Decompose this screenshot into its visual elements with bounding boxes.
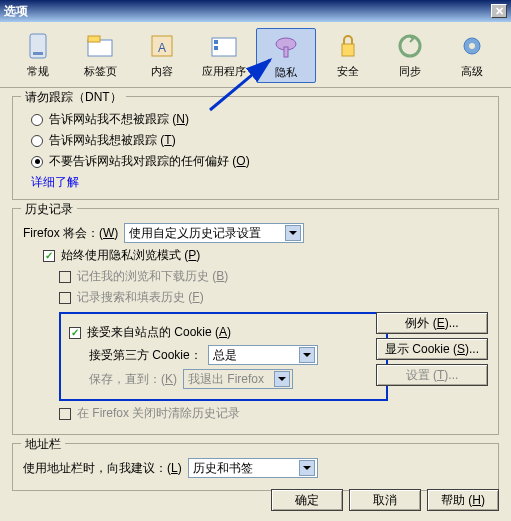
svg-point-14: [469, 43, 475, 49]
history-fieldset: 历史记录 Firefox 将会：(W) 使用自定义历史记录设置 ✓始终使用隐私浏…: [12, 208, 499, 435]
dnt-radio-no-track[interactable]: [31, 114, 43, 126]
svg-point-12: [400, 36, 420, 56]
dnt-radio-track[interactable]: [31, 135, 43, 147]
tab-sync[interactable]: 同步: [380, 28, 440, 83]
private-mode-checkbox[interactable]: ✓: [43, 250, 55, 262]
svg-rect-8: [214, 46, 218, 50]
dnt-opt1-label: 告诉网站我不想被跟踪 (N): [49, 111, 189, 128]
private-mode-label: 始终使用隐私浏览模式 (P): [61, 247, 200, 264]
general-icon: [22, 30, 54, 62]
tab-tabs[interactable]: 标签页: [70, 28, 130, 83]
toolbar: 常规 标签页 A内容 应用程序 隐私 安全 同步 高级: [0, 22, 511, 88]
remember-history-checkbox: [59, 271, 71, 283]
security-icon: [332, 30, 364, 62]
applications-icon: [208, 30, 240, 62]
titlebar: 选项 ✕: [0, 0, 511, 22]
history-mode-select[interactable]: 使用自定义历史记录设置: [124, 223, 304, 243]
highlight-box: ✓接受来自站点的 Cookie (A) 接受第三方 Cookie： 总是 保存，…: [59, 312, 388, 401]
remember-search-checkbox: [59, 292, 71, 304]
locationbar-fieldset: 地址栏 使用地址栏时，向我建议：(L) 历史和书签: [12, 443, 499, 491]
gear-icon: [456, 30, 488, 62]
accept-cookie-label: 接受来自站点的 Cookie (A): [87, 324, 231, 341]
help-button[interactable]: 帮助 (H): [427, 489, 499, 511]
svg-rect-7: [214, 40, 218, 44]
tab-privacy[interactable]: 隐私: [256, 28, 316, 83]
tab-general[interactable]: 常规: [8, 28, 68, 83]
dnt-opt2-label: 告诉网站我想被跟踪 (T): [49, 132, 176, 149]
svg-rect-1: [33, 52, 43, 55]
privacy-icon: [270, 31, 302, 63]
svg-rect-10: [284, 47, 288, 57]
dnt-fieldset: 请勿跟踪（DNT） 告诉网站我不想被跟踪 (N) 告诉网站我想被跟踪 (T) 不…: [12, 96, 499, 200]
cancel-button[interactable]: 取消: [349, 489, 421, 511]
remember-search-label: 记录搜索和填表历史 (F): [77, 289, 204, 306]
window-title: 选项: [4, 3, 28, 20]
content-icon: A: [146, 30, 178, 62]
show-cookie-button[interactable]: 显示 Cookie (S)...: [376, 338, 488, 360]
exceptions-button[interactable]: 例外 (E)...: [376, 312, 488, 334]
keep-until-select: 我退出 Firefox: [183, 369, 293, 389]
svg-rect-11: [342, 44, 354, 56]
tabs-icon: [84, 30, 116, 62]
clear-settings-button: 设置 (T)...: [376, 364, 488, 386]
tab-content[interactable]: A内容: [132, 28, 192, 83]
dialog-buttons: 确定 取消 帮助 (H): [271, 489, 499, 511]
sync-icon: [394, 30, 426, 62]
accept-cookie-checkbox[interactable]: ✓: [69, 327, 81, 339]
tab-security[interactable]: 安全: [318, 28, 378, 83]
clear-on-close-checkbox: [59, 408, 71, 420]
ok-button[interactable]: 确定: [271, 489, 343, 511]
tab-advanced[interactable]: 高级: [442, 28, 502, 83]
keep-until-label: 保存，直到：(K): [89, 371, 177, 388]
remember-history-label: 记住我的浏览和下载历史 (B): [77, 268, 228, 285]
svg-text:A: A: [158, 41, 166, 55]
dnt-opt3-label: 不要告诉网站我对跟踪的任何偏好 (O): [49, 153, 250, 170]
locationbar-select[interactable]: 历史和书签: [188, 458, 318, 478]
locationbar-label: 使用地址栏时，向我建议：(L): [23, 460, 182, 477]
locationbar-legend: 地址栏: [21, 436, 65, 453]
dnt-radio-none[interactable]: [31, 156, 43, 168]
clear-on-close-label: 在 Firefox 关闭时清除历史记录: [77, 405, 240, 422]
tab-applications[interactable]: 应用程序: [194, 28, 254, 83]
history-legend: 历史记录: [21, 201, 77, 218]
svg-rect-3: [88, 36, 100, 42]
history-mode-label: Firefox 将会：(W): [23, 225, 118, 242]
dnt-learn-more-link[interactable]: 详细了解: [31, 174, 488, 191]
close-button[interactable]: ✕: [491, 4, 507, 18]
third-party-label: 接受第三方 Cookie：: [89, 347, 202, 364]
dnt-legend: 请勿跟踪（DNT）: [21, 89, 126, 106]
third-party-select[interactable]: 总是: [208, 345, 318, 365]
